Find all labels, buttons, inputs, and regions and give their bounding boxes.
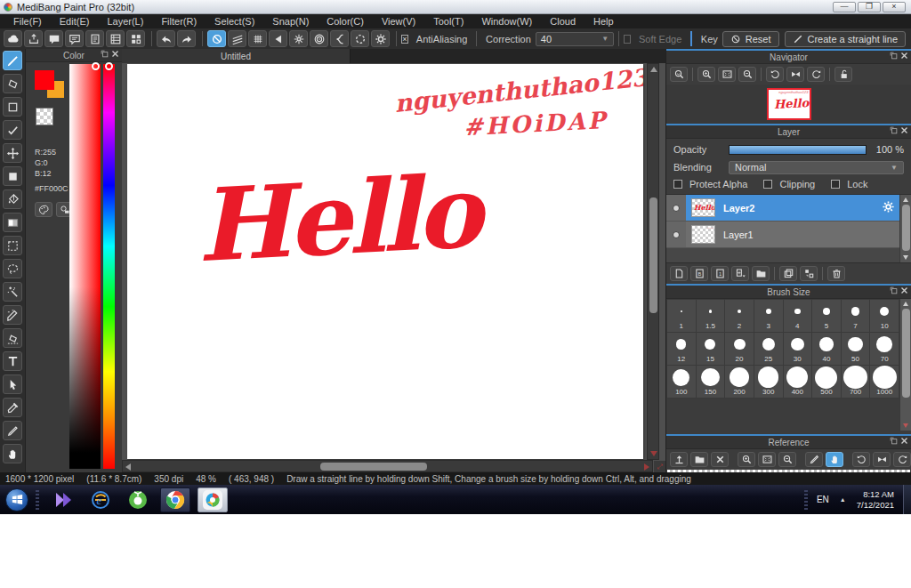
close-icon[interactable] (900, 126, 908, 134)
gradient-tool[interactable] (3, 213, 22, 232)
fit-screen-button[interactable] (718, 67, 736, 82)
document-tab[interactable]: Untitled (122, 49, 351, 63)
brush-size-12[interactable]: 12 (667, 333, 696, 365)
close-icon[interactable] (111, 50, 119, 58)
scroll-down-arrow[interactable] (903, 255, 908, 260)
brush-size-40[interactable]: 40 (812, 333, 841, 365)
layer-list-scrollbar[interactable] (899, 195, 911, 262)
zoom-in-button[interactable] (697, 67, 715, 82)
rotate-ccw-button[interactable] (766, 67, 784, 82)
import-image-button[interactable] (670, 452, 688, 467)
antialiasing-checkbox[interactable]: × (401, 35, 408, 44)
menu-help[interactable]: Help (585, 14, 622, 28)
select-eraser-tool[interactable] (3, 328, 22, 348)
bucket-tool[interactable] (3, 189, 22, 209)
start-button[interactable] (5, 488, 28, 511)
hue-cursor[interactable] (105, 62, 113, 70)
brush-size-100[interactable]: 100 (667, 366, 696, 398)
move-tool[interactable] (3, 143, 22, 163)
taskbar-kmplayer[interactable] (48, 487, 78, 512)
scroll-right-arrow[interactable] (644, 463, 649, 471)
brush-size-10[interactable]: 10 (870, 300, 899, 332)
document-button[interactable] (85, 30, 104, 47)
checkbox-clipping[interactable] (763, 180, 772, 189)
popout-icon[interactable] (890, 286, 898, 294)
brush-size-3[interactable]: 3 (754, 300, 783, 332)
duplicate-layer-button[interactable] (779, 266, 797, 281)
brush-size-50[interactable]: 50 (842, 333, 870, 365)
cloud-button[interactable] (4, 30, 22, 47)
menu-snap[interactable]: Snap(N) (264, 14, 317, 28)
menu-window[interactable]: Window(W) (473, 14, 540, 28)
show-desktop-button[interactable] (903, 485, 911, 514)
ref-zoom-out-button[interactable] (778, 452, 796, 467)
ref-reset-rotation-button[interactable] (873, 452, 891, 467)
canvas-horizontal-scrollbar[interactable] (122, 460, 653, 472)
add-layer-menu-button[interactable] (731, 266, 749, 281)
scroll-up-arrow[interactable] (903, 197, 908, 202)
scroll-corner[interactable]: ⤢ (654, 461, 665, 472)
layer-visibility-toggle[interactable] (666, 195, 686, 222)
scroll-thumb[interactable] (902, 205, 910, 251)
lock-view-button[interactable] (834, 67, 852, 82)
brush-size-1[interactable]: 1 (667, 300, 696, 332)
taskbar-internet-explorer[interactable]: e (85, 487, 116, 512)
popout-icon[interactable] (890, 437, 898, 445)
correction-dropdown[interactable]: 40 ▼ (536, 32, 614, 46)
horizontal-scroll-thumb[interactable] (320, 463, 427, 471)
minimize-button[interactable]: — (833, 2, 856, 12)
soft-edge-checkbox[interactable] (624, 35, 631, 44)
eyedropper-tool[interactable] (3, 398, 22, 417)
magic-wand-tool[interactable] (3, 282, 22, 302)
brush-size-4[interactable]: 4 (784, 300, 812, 332)
menu-tool[interactable]: Tool(T) (425, 14, 472, 28)
menu-view[interactable]: View(V) (374, 14, 423, 28)
brush-size-1.5[interactable]: 1.5 (697, 300, 725, 332)
menu-file[interactable]: File(F) (5, 14, 50, 28)
brush-size-25[interactable]: 25 (754, 333, 783, 365)
palette-button[interactable] (35, 202, 52, 217)
close-icon[interactable] (900, 437, 908, 445)
menu-edit[interactable]: Edit(E) (52, 14, 98, 28)
window-layout-button[interactable] (126, 30, 145, 47)
close-button[interactable]: × (883, 2, 906, 12)
redo-button[interactable] (177, 30, 196, 47)
merge-layer-button[interactable] (800, 266, 818, 281)
export-button[interactable] (24, 30, 43, 47)
zoom-spin-button[interactable] (670, 67, 688, 82)
navigator-preview-area[interactable]: Hello nguyenthuthao123 (666, 85, 911, 124)
brush-tool[interactable] (3, 51, 22, 70)
create-straight-line-button[interactable]: Create a straight line (785, 31, 907, 47)
close-icon[interactable] (900, 286, 908, 294)
menu-layer[interactable]: Layer(L) (99, 14, 151, 28)
material-list-button[interactable] (106, 30, 125, 47)
foreground-color-swatch[interactable] (35, 70, 54, 90)
menu-filter[interactable]: Filter(R) (153, 14, 205, 28)
ref-picker-button[interactable] (805, 452, 823, 467)
transparent-color-swatch[interactable] (36, 108, 53, 125)
ref-hand-button[interactable] (826, 452, 843, 467)
select-pen-tool[interactable] (3, 305, 22, 325)
checkbox-protect-alpha[interactable] (673, 180, 682, 189)
brush-size-500[interactable]: 500 (812, 366, 841, 398)
add-8bit-layer-button[interactable]: B (690, 266, 708, 281)
comment-button[interactable] (44, 30, 63, 47)
radial-snap-button[interactable] (289, 30, 308, 47)
brush-size-2[interactable]: 2 (725, 300, 754, 332)
scroll-thumb[interactable] (902, 309, 910, 398)
brush-size-15[interactable]: 15 (697, 333, 725, 365)
menu-color[interactable]: Color(C) (318, 14, 372, 28)
clock[interactable]: 8:12 AM 7/12/2021 (857, 489, 894, 511)
menu-select[interactable]: Select(S) (206, 14, 262, 28)
brush-size-20[interactable]: 20 (725, 333, 754, 365)
menu-cloud[interactable]: Cloud (542, 14, 584, 28)
new-folder-button[interactable] (752, 266, 770, 281)
ref-rotate-cw-button[interactable] (893, 452, 911, 467)
reset-rotation-button[interactable] (786, 67, 804, 82)
ref-rotate-ccw-button[interactable] (852, 452, 870, 467)
brush-size-5[interactable]: 5 (812, 300, 841, 332)
ellipse-snap-button[interactable] (351, 30, 369, 47)
scroll-down-arrow[interactable] (903, 423, 908, 428)
cross-snap-button[interactable] (248, 30, 267, 47)
brush-size-150[interactable]: 150 (697, 366, 725, 398)
